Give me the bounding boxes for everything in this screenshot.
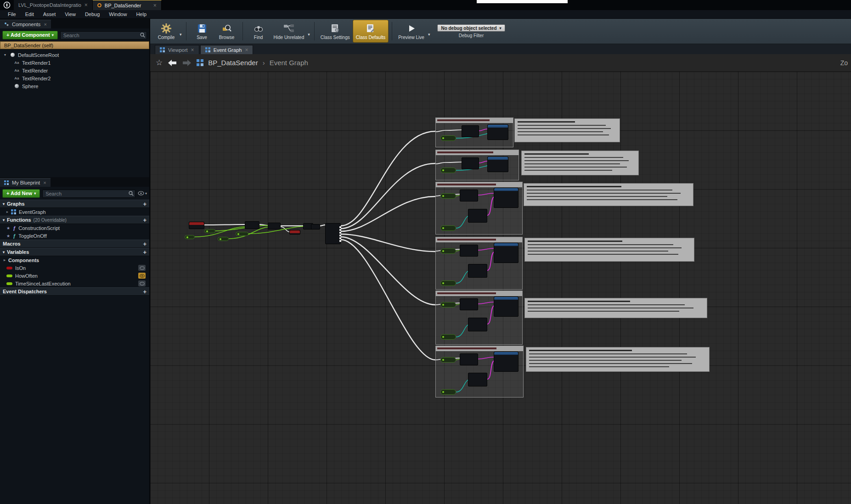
variable-get-node[interactable] bbox=[440, 225, 456, 231]
event-dispatchers-section-header[interactable]: Event Dispatchers + bbox=[0, 287, 149, 296]
tree-item-textrender[interactable]: Aa TextRender bbox=[3, 67, 149, 74]
save-button[interactable]: Save bbox=[190, 20, 214, 43]
blueprint-node[interactable] bbox=[311, 224, 320, 230]
variable-get-node[interactable] bbox=[218, 237, 229, 241]
my-blueprint-panel-tab[interactable]: My Blueprint × bbox=[0, 178, 51, 187]
close-icon[interactable]: × bbox=[191, 47, 194, 53]
expander-icon[interactable]: ▾ bbox=[3, 53, 7, 57]
add-dispatcher-button[interactable]: + bbox=[143, 288, 147, 295]
class-defaults-button[interactable]: Class Defaults bbox=[353, 20, 389, 43]
comment-text-block[interactable] bbox=[526, 347, 710, 372]
menu-help[interactable]: Help bbox=[132, 11, 151, 18]
blueprint-node[interactable] bbox=[460, 298, 478, 310]
menu-window[interactable]: Window bbox=[105, 11, 131, 18]
blueprint-node[interactable] bbox=[460, 190, 478, 202]
hide-unrelated-button[interactable]: Hide Unrelated bbox=[271, 20, 307, 43]
compile-options-caret-icon[interactable]: ▾ bbox=[180, 26, 182, 37]
close-icon[interactable]: × bbox=[245, 47, 248, 53]
tab-bp-datasender[interactable]: BP_DataSender × bbox=[93, 0, 162, 10]
add-variable-button[interactable]: + bbox=[143, 249, 147, 256]
variable-get-node[interactable] bbox=[185, 235, 195, 239]
function-item-toggleonoff[interactable]: ★ ƒ ToggleOnOff bbox=[0, 232, 149, 240]
graph-node-cluster[interactable] bbox=[435, 150, 519, 180]
variable-item-timesincelastexecution[interactable]: TimeSinceLastExecution bbox=[0, 280, 149, 287]
blueprint-node[interactable] bbox=[468, 373, 487, 386]
add-function-button[interactable]: + bbox=[143, 217, 147, 224]
compile-button[interactable]: Compile bbox=[154, 20, 179, 43]
blueprint-node[interactable] bbox=[462, 157, 479, 169]
blueprint-node[interactable] bbox=[494, 243, 518, 263]
variables-components-group[interactable]: ▸ Components bbox=[0, 256, 149, 264]
variable-get-node[interactable] bbox=[440, 168, 456, 173]
breadcrumb-root[interactable]: BP_DataSender bbox=[208, 59, 258, 67]
variable-item-howoften[interactable]: HowOften bbox=[0, 272, 149, 280]
components-panel-tab[interactable]: Components × bbox=[0, 20, 51, 28]
add-new-button[interactable]: + Add New ▾ bbox=[2, 189, 40, 198]
variable-get-node[interactable] bbox=[440, 334, 456, 340]
menu-view[interactable]: View bbox=[61, 11, 80, 18]
blueprint-node[interactable] bbox=[494, 352, 518, 372]
graph-node-cluster[interactable] bbox=[435, 118, 513, 147]
blueprint-node[interactable] bbox=[487, 124, 508, 140]
variable-visibility-toggle[interactable] bbox=[138, 265, 146, 271]
my-blueprint-search-input[interactable] bbox=[42, 190, 135, 198]
expander-icon[interactable]: ▸ bbox=[4, 258, 6, 262]
blueprint-node[interactable] bbox=[325, 223, 341, 244]
preview-live-button[interactable]: Preview Live bbox=[395, 20, 427, 43]
blueprint-node[interactable] bbox=[189, 222, 204, 229]
blueprint-node[interactable] bbox=[494, 188, 518, 208]
graph-node-cluster[interactable] bbox=[435, 237, 523, 290]
blueprint-node[interactable] bbox=[462, 125, 479, 137]
comment-text-block[interactable] bbox=[521, 151, 639, 175]
tab-lvl-pixotopedataintegratio[interactable]: LVL_PixotopeDataIntegratio × bbox=[14, 0, 93, 10]
sequence-output-pin[interactable] bbox=[339, 226, 341, 228]
variable-visibility-toggle[interactable] bbox=[138, 273, 146, 279]
variable-get-node[interactable] bbox=[440, 248, 456, 254]
variable-get-node[interactable] bbox=[236, 232, 248, 236]
blueprint-node[interactable] bbox=[494, 297, 518, 317]
menu-edit[interactable]: Edit bbox=[21, 11, 38, 18]
event-graph-canvas[interactable] bbox=[150, 72, 851, 504]
close-icon[interactable]: × bbox=[44, 22, 46, 27]
graph-node-cluster[interactable] bbox=[435, 291, 523, 345]
blueprint-node[interactable] bbox=[245, 221, 259, 229]
menu-file[interactable]: File bbox=[4, 11, 20, 18]
sequence-output-pin[interactable] bbox=[339, 237, 341, 239]
variable-get-node[interactable] bbox=[440, 302, 456, 308]
macros-section-header[interactable]: Macros + bbox=[0, 240, 149, 248]
menu-asset[interactable]: Asset bbox=[39, 11, 60, 18]
graph-item-eventgraph[interactable]: ▸ EventGraph bbox=[0, 208, 149, 216]
blueprint-node[interactable] bbox=[468, 209, 487, 223]
variable-get-node[interactable] bbox=[440, 135, 456, 141]
close-icon[interactable]: × bbox=[85, 2, 88, 8]
variable-get-node[interactable] bbox=[440, 193, 456, 199]
sequence-output-pin[interactable] bbox=[339, 229, 341, 231]
functions-section-header[interactable]: ▾ Functions (20 Overridable) + bbox=[0, 216, 149, 224]
cluster-title-bar[interactable] bbox=[436, 346, 523, 351]
comment-text-block[interactable] bbox=[524, 238, 694, 262]
navigate-back-icon[interactable] bbox=[167, 59, 177, 67]
blueprint-node[interactable] bbox=[487, 157, 508, 172]
close-icon[interactable]: × bbox=[43, 180, 46, 185]
graph-node-cluster[interactable] bbox=[435, 346, 524, 398]
cluster-title-bar[interactable] bbox=[436, 182, 522, 187]
class-settings-button[interactable]: Class Settings bbox=[318, 20, 353, 43]
blueprint-node[interactable] bbox=[460, 245, 478, 257]
cluster-title-bar[interactable] bbox=[436, 118, 513, 123]
tree-item-textrender1[interactable]: Aa TextRender1 bbox=[3, 59, 149, 67]
menu-debug[interactable]: Debug bbox=[81, 11, 104, 18]
components-search-input[interactable] bbox=[60, 31, 147, 39]
blueprint-node[interactable] bbox=[460, 353, 478, 365]
add-macro-button[interactable]: + bbox=[143, 241, 147, 247]
variable-visibility-toggle[interactable] bbox=[138, 280, 146, 286]
add-component-button[interactable]: + Add Component ▾ bbox=[2, 31, 58, 39]
expander-icon[interactable]: ▸ bbox=[6, 210, 8, 214]
variable-get-node[interactable] bbox=[440, 280, 456, 286]
cluster-title-bar[interactable] bbox=[436, 291, 522, 296]
sequence-output-pin[interactable] bbox=[339, 232, 341, 234]
comment-text-block[interactable] bbox=[524, 298, 707, 318]
variable-get-node[interactable] bbox=[440, 357, 456, 363]
tree-item-defaultsceneroot[interactable]: ▾ DefaultSceneRoot bbox=[3, 51, 149, 59]
variable-item-ison[interactable]: IsOn bbox=[0, 264, 149, 272]
blueprint-node[interactable] bbox=[468, 318, 487, 331]
